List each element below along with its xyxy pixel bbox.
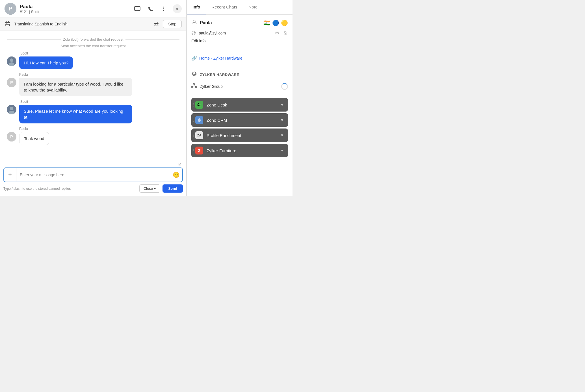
sender-label-scott-1: Scott <box>20 51 179 55</box>
markdown-hint: M↓ <box>3 162 183 166</box>
scott-avatar-1 <box>7 56 16 66</box>
divider-3 <box>191 95 288 95</box>
org-row: Zylker Group <box>191 80 288 92</box>
message-group-2: Paula P I am looking for a particular ty… <box>7 73 179 96</box>
message-input[interactable] <box>16 168 170 182</box>
drag-handle-1: ⋮ <box>192 103 195 107</box>
zoho-crm-icon <box>195 116 203 124</box>
translation-bar: Translating Spanish to English ⇄ Stop <box>0 18 186 31</box>
layers-icon <box>191 71 197 78</box>
link-row: 🔗 Home - Zylker Hardware <box>191 53 288 63</box>
svg-text:P: P <box>10 134 13 139</box>
chevron-down-icon-2: ▼ <box>280 118 284 122</box>
input-row: + 🙂 <box>3 167 183 182</box>
chrome-icon: 🟡 <box>281 19 288 26</box>
zylker-furniture-icon: Z <box>195 147 203 154</box>
zoho-desk-icon: 🗂 <box>195 101 203 109</box>
integration-zoho-crm[interactable]: ⋮ Zoho CRM ▼ <box>191 113 288 127</box>
more-options-button[interactable] <box>160 5 168 13</box>
tab-recent-chats[interactable]: Recent Chats <box>206 0 243 14</box>
tab-info[interactable]: Info <box>187 0 206 14</box>
profile-enrichment-label: Profile Enrichment <box>207 133 280 138</box>
chat-panel: P Paula #121 | Scott <box>0 0 187 196</box>
add-attachment-button[interactable]: + <box>4 168 16 182</box>
swap-icon: ⇄ <box>154 21 159 27</box>
integration-zylker-furniture[interactable]: ⋮ Z Zylker Furniture ▼ <box>191 144 288 157</box>
paula-avatar-2: P <box>7 132 16 141</box>
message-group-1: Scott Hi. How can I help you? <box>7 51 179 69</box>
sender-label-scott-2: Scott <box>20 100 179 104</box>
email-button[interactable]: ✉ <box>274 30 280 36</box>
chevron-down-icon-4: ▼ <box>280 148 284 153</box>
svg-text:P: P <box>10 80 13 85</box>
message-row-4: P Teak wood <box>7 132 179 145</box>
home-link[interactable]: Home - Zylker Hardware <box>199 56 242 60</box>
zoho-crm-label: Zoho CRM <box>207 118 280 123</box>
input-area: M↓ + 🙂 Type / slash to use the stored ca… <box>0 160 186 196</box>
header-actions: » <box>133 4 182 13</box>
sender-label-paula-1: Paula <box>19 73 179 77</box>
integration-zoho-desk[interactable]: ⋮ 🗂 Zoho Desk ▼ <box>191 98 288 112</box>
expand-button[interactable]: » <box>173 4 182 13</box>
drag-handle-3: ⋮ <box>192 133 195 137</box>
translation-text: Translating Spanish to English <box>14 22 154 26</box>
loading-spinner <box>281 83 288 90</box>
send-button[interactable]: Send <box>162 184 183 193</box>
svg-text:Z: Z <box>198 149 200 153</box>
message-group-4: Paula P Teak wood <box>7 127 179 145</box>
contact-name-label: Paula <box>200 20 261 25</box>
finder-icon: 🔵 <box>272 19 279 26</box>
link-icon: 🔗 <box>191 55 197 61</box>
message-row-2: P I am looking for a particular type of … <box>7 78 179 96</box>
divider: | <box>29 10 31 14</box>
close-button[interactable]: Close ▾ <box>139 184 160 193</box>
company-row: ZYLKER HARDWARE <box>191 69 288 80</box>
message-row-3: Sure. Please let me know what wood are y… <box>7 105 179 123</box>
integration-profile-enrichment[interactable]: ⋮ ZA Profile Enrichment ▼ <box>191 129 288 142</box>
chat-header: P Paula #121 | Scott <box>0 0 186 18</box>
company-name-label: ZYLKER HARDWARE <box>200 73 239 77</box>
drag-handle-4: ⋮ <box>192 149 195 153</box>
translate-icon <box>5 21 11 27</box>
integrations-section: ⋮ 🗂 Zoho Desk ▼ ⋮ Zoho CRM ▼ ⋮ ZA Profil… <box>191 98 288 157</box>
divider-1 <box>191 50 288 50</box>
org-name-label: Zylker Group <box>200 84 278 89</box>
contact-avatar: P <box>5 3 16 15</box>
edit-info-link[interactable]: Edit info <box>191 39 206 43</box>
screen-share-button[interactable] <box>133 5 142 12</box>
right-tabs: Info Recent Chats Note <box>187 0 292 15</box>
right-panel: Info Recent Chats Note Paula 🇮🇳 🔵 🟡 @ pa… <box>187 0 292 196</box>
zylker-furniture-label: Zylker Furniture <box>207 148 280 153</box>
system-message-2: Scott accepted the chat transfer request <box>7 44 179 48</box>
chevron-down-icon-1: ▼ <box>280 103 284 107</box>
dropdown-arrow: ▾ <box>154 186 156 191</box>
svg-point-17 <box>194 83 195 85</box>
emoji-button[interactable]: 🙂 <box>170 168 182 182</box>
drag-handle-2: ⋮ <box>192 118 195 122</box>
bubble-scott-1: Hi. How can I help you? <box>19 56 73 69</box>
scott-avatar-2 <box>7 105 16 114</box>
chevron-down-icon-3: ▼ <box>280 133 284 138</box>
messages-area: Zola (bot) forwarded the chat request Sc… <box>0 31 186 160</box>
svg-text:P: P <box>9 6 12 12</box>
phone-button[interactable] <box>147 5 155 13</box>
message-group-3: Scott Sure. Please let me know what wood… <box>7 100 179 123</box>
message-row-1: Hi. How can I help you? <box>7 56 179 69</box>
chat-header-info: Paula #121 | Scott <box>20 4 133 14</box>
contact-email-row: @ paula@zyl.com ✉ ⎘ <box>191 30 288 36</box>
bubble-paula-2: Teak wood <box>19 132 49 145</box>
stop-button[interactable]: Stop <box>163 20 182 28</box>
svg-point-7 <box>10 58 13 62</box>
at-icon: @ <box>191 31 196 36</box>
bottom-bar: Type / slash to use the stored canned re… <box>3 182 183 194</box>
paula-avatar-1: P <box>7 78 16 87</box>
divider-2 <box>191 66 288 66</box>
ticket-info: #121 | Scott <box>20 10 133 14</box>
svg-point-12 <box>10 107 13 110</box>
india-flag: 🇮🇳 <box>263 19 270 26</box>
sender-label-paula-2: Paula <box>19 127 179 131</box>
tab-note[interactable]: Note <box>243 0 263 14</box>
copy-email-button[interactable]: ⎘ <box>283 30 288 36</box>
profile-enrichment-icon: ZA <box>195 131 203 139</box>
right-content: Paula 🇮🇳 🔵 🟡 @ paula@zyl.com ✉ ⎘ Edit in… <box>187 15 292 196</box>
